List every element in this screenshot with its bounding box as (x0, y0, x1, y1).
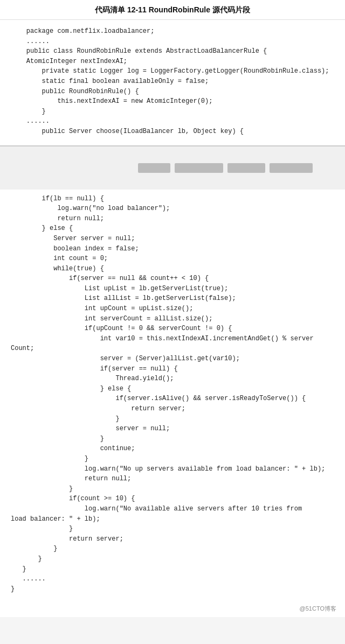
watermark: @51CTO博客 (0, 603, 345, 617)
code-line: } (11, 584, 336, 594)
code-line: boolean index = false; (11, 244, 336, 254)
code-line: server = null; (11, 424, 336, 434)
code-line: Count; (11, 344, 336, 354)
code-line: AtomicInteger nextIndexAI; (11, 57, 336, 67)
code-line: } (11, 414, 336, 424)
code-line: while(true) { (11, 264, 336, 274)
code-line: } (11, 484, 336, 494)
code-line: int count = 0; (11, 254, 336, 264)
code-line: ...... (11, 37, 336, 47)
code-line: if(server == null) { (11, 364, 336, 374)
code-line: ...... (11, 116, 336, 127)
code-line: if(server.isAlive() && server.isReadyToS… (11, 394, 336, 404)
code-line: return server; (11, 534, 336, 544)
code-line: private static Logger log = LoggerFactor… (11, 66, 336, 76)
gray-bar (227, 163, 265, 173)
code-line: } (11, 524, 336, 534)
code-line: } else { (11, 223, 336, 234)
code-line: return null; (11, 474, 336, 484)
code-line: package com.netflix.loadbalancer; (11, 26, 336, 37)
code-line: if(server == null && count++ < 10) { (11, 274, 336, 284)
code-line: int var10 = this.nextIndexAI.incrementAn… (11, 334, 336, 344)
code-line: Thread.yield(); (11, 374, 336, 384)
code-line: load balancer: " + lb); (11, 514, 336, 524)
code-line: log.warn("No up servers available from l… (11, 464, 336, 474)
code-line: if(upCount != 0 && serverCount != 0) { (11, 324, 336, 334)
code-line: List allList = lb.getServerList(false); (11, 293, 336, 304)
code-line: } (11, 107, 336, 117)
code-line: } (11, 454, 336, 464)
code-line: continue; (11, 444, 336, 454)
code-line: } (11, 564, 336, 575)
gray-bar (175, 163, 223, 173)
code-line: static final boolean availableOnly = fal… (11, 76, 336, 87)
code-line: } else { (11, 384, 336, 394)
code-line: } (11, 554, 336, 564)
code-line: public Server choose(ILoadBalancer lb, O… (11, 127, 336, 137)
code-line: public class RoundRobinRule extends Abst… (11, 46, 336, 57)
page-title: 代码清单 12-11 RoundRobinRule 源代码片段 (0, 0, 345, 20)
code-line: if(lb == null) { (11, 194, 336, 204)
code-line: Server server = null; (11, 234, 336, 244)
code-line: server = (Server)allList.get(var10); (11, 354, 336, 364)
code-line: ...... (11, 574, 336, 584)
code-line: this.nextIndexAI = new AtomicInteger(0); (11, 96, 336, 107)
code-line: return server; (11, 404, 336, 414)
separator-area (0, 146, 345, 190)
page-container: 代码清单 12-11 RoundRobinRule 源代码片段 package … (0, 0, 345, 617)
code-line: } (11, 434, 336, 444)
code-block-2: if(lb == null) { log.warn("no load balan… (0, 190, 345, 603)
code-line: } (11, 544, 336, 554)
code-block-1: package com.netflix.loadbalancer; ......… (0, 20, 345, 146)
code-line: int upCount = upList.size(); (11, 304, 336, 314)
gray-bar (270, 163, 313, 173)
gray-bar (138, 163, 170, 173)
code-line: log.warn("No available alive servers aft… (11, 504, 336, 514)
code-line: if(count >= 10) { (11, 494, 336, 504)
code-line: public RoundRobinRule() { (11, 87, 336, 97)
code-line: log.warn("no load balancer"); (11, 204, 336, 214)
code-line: List upList = lb.getServerList(true); (11, 284, 336, 294)
code-line: return null; (11, 214, 336, 224)
code-line: int serverCount = allList.size(); (11, 314, 336, 324)
